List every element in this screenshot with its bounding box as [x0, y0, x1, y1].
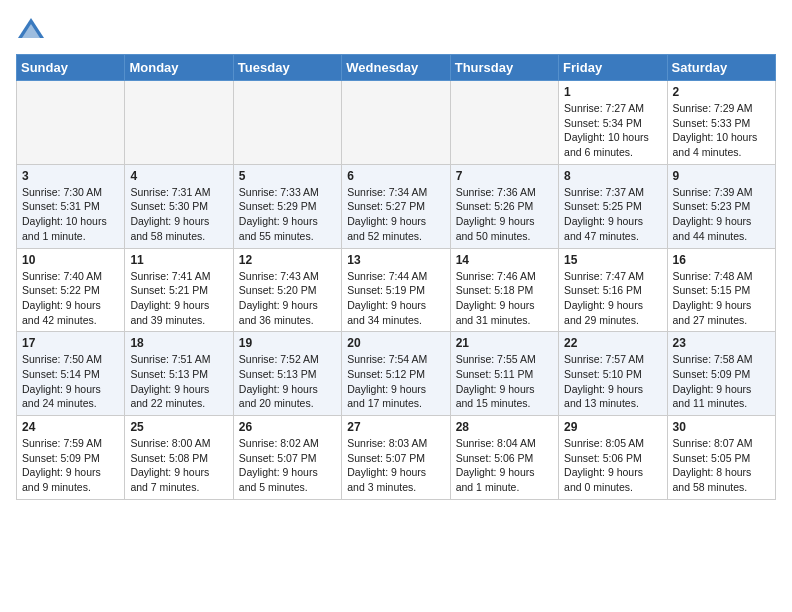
week-row-3: 10Sunrise: 7:40 AM Sunset: 5:22 PM Dayli…	[17, 248, 776, 332]
day-info: Sunrise: 7:55 AM Sunset: 5:11 PM Dayligh…	[456, 352, 553, 411]
day-info: Sunrise: 7:33 AM Sunset: 5:29 PM Dayligh…	[239, 185, 336, 244]
day-number: 2	[673, 85, 770, 99]
day-number: 24	[22, 420, 119, 434]
week-row-2: 3Sunrise: 7:30 AM Sunset: 5:31 PM Daylig…	[17, 164, 776, 248]
day-cell: 7Sunrise: 7:36 AM Sunset: 5:26 PM Daylig…	[450, 164, 558, 248]
day-info: Sunrise: 7:57 AM Sunset: 5:10 PM Dayligh…	[564, 352, 661, 411]
day-cell	[342, 81, 450, 165]
day-header-saturday: Saturday	[667, 55, 775, 81]
day-cell: 21Sunrise: 7:55 AM Sunset: 5:11 PM Dayli…	[450, 332, 558, 416]
day-header-friday: Friday	[559, 55, 667, 81]
day-number: 16	[673, 253, 770, 267]
day-number: 21	[456, 336, 553, 350]
day-number: 20	[347, 336, 444, 350]
day-number: 23	[673, 336, 770, 350]
day-cell: 20Sunrise: 7:54 AM Sunset: 5:12 PM Dayli…	[342, 332, 450, 416]
day-cell: 23Sunrise: 7:58 AM Sunset: 5:09 PM Dayli…	[667, 332, 775, 416]
day-cell	[450, 81, 558, 165]
day-cell: 5Sunrise: 7:33 AM Sunset: 5:29 PM Daylig…	[233, 164, 341, 248]
day-info: Sunrise: 7:43 AM Sunset: 5:20 PM Dayligh…	[239, 269, 336, 328]
day-cell: 11Sunrise: 7:41 AM Sunset: 5:21 PM Dayli…	[125, 248, 233, 332]
day-cell: 17Sunrise: 7:50 AM Sunset: 5:14 PM Dayli…	[17, 332, 125, 416]
day-cell: 25Sunrise: 8:00 AM Sunset: 5:08 PM Dayli…	[125, 416, 233, 500]
day-info: Sunrise: 7:48 AM Sunset: 5:15 PM Dayligh…	[673, 269, 770, 328]
day-info: Sunrise: 7:52 AM Sunset: 5:13 PM Dayligh…	[239, 352, 336, 411]
day-number: 25	[130, 420, 227, 434]
day-cell: 3Sunrise: 7:30 AM Sunset: 5:31 PM Daylig…	[17, 164, 125, 248]
day-info: Sunrise: 7:30 AM Sunset: 5:31 PM Dayligh…	[22, 185, 119, 244]
day-info: Sunrise: 8:04 AM Sunset: 5:06 PM Dayligh…	[456, 436, 553, 495]
day-number: 14	[456, 253, 553, 267]
logo-icon	[16, 16, 46, 46]
day-cell: 9Sunrise: 7:39 AM Sunset: 5:23 PM Daylig…	[667, 164, 775, 248]
day-number: 4	[130, 169, 227, 183]
day-cell: 8Sunrise: 7:37 AM Sunset: 5:25 PM Daylig…	[559, 164, 667, 248]
day-cell: 27Sunrise: 8:03 AM Sunset: 5:07 PM Dayli…	[342, 416, 450, 500]
day-number: 27	[347, 420, 444, 434]
day-cell	[125, 81, 233, 165]
day-cell	[233, 81, 341, 165]
page-header	[16, 16, 776, 46]
day-number: 10	[22, 253, 119, 267]
day-number: 29	[564, 420, 661, 434]
day-number: 13	[347, 253, 444, 267]
day-number: 17	[22, 336, 119, 350]
day-info: Sunrise: 7:39 AM Sunset: 5:23 PM Dayligh…	[673, 185, 770, 244]
day-number: 11	[130, 253, 227, 267]
day-info: Sunrise: 7:58 AM Sunset: 5:09 PM Dayligh…	[673, 352, 770, 411]
day-number: 6	[347, 169, 444, 183]
day-info: Sunrise: 7:37 AM Sunset: 5:25 PM Dayligh…	[564, 185, 661, 244]
day-cell: 14Sunrise: 7:46 AM Sunset: 5:18 PM Dayli…	[450, 248, 558, 332]
day-cell: 10Sunrise: 7:40 AM Sunset: 5:22 PM Dayli…	[17, 248, 125, 332]
day-cell: 2Sunrise: 7:29 AM Sunset: 5:33 PM Daylig…	[667, 81, 775, 165]
day-number: 28	[456, 420, 553, 434]
day-info: Sunrise: 7:41 AM Sunset: 5:21 PM Dayligh…	[130, 269, 227, 328]
day-info: Sunrise: 7:50 AM Sunset: 5:14 PM Dayligh…	[22, 352, 119, 411]
day-cell: 29Sunrise: 8:05 AM Sunset: 5:06 PM Dayli…	[559, 416, 667, 500]
day-info: Sunrise: 8:02 AM Sunset: 5:07 PM Dayligh…	[239, 436, 336, 495]
day-cell: 30Sunrise: 8:07 AM Sunset: 5:05 PM Dayli…	[667, 416, 775, 500]
day-info: Sunrise: 7:46 AM Sunset: 5:18 PM Dayligh…	[456, 269, 553, 328]
day-info: Sunrise: 8:03 AM Sunset: 5:07 PM Dayligh…	[347, 436, 444, 495]
calendar-table: SundayMondayTuesdayWednesdayThursdayFrid…	[16, 54, 776, 500]
day-info: Sunrise: 7:34 AM Sunset: 5:27 PM Dayligh…	[347, 185, 444, 244]
day-info: Sunrise: 7:36 AM Sunset: 5:26 PM Dayligh…	[456, 185, 553, 244]
day-number: 26	[239, 420, 336, 434]
day-cell: 6Sunrise: 7:34 AM Sunset: 5:27 PM Daylig…	[342, 164, 450, 248]
day-info: Sunrise: 7:27 AM Sunset: 5:34 PM Dayligh…	[564, 101, 661, 160]
day-number: 5	[239, 169, 336, 183]
day-header-monday: Monday	[125, 55, 233, 81]
day-info: Sunrise: 7:51 AM Sunset: 5:13 PM Dayligh…	[130, 352, 227, 411]
day-cell: 28Sunrise: 8:04 AM Sunset: 5:06 PM Dayli…	[450, 416, 558, 500]
logo	[16, 16, 50, 46]
day-number: 3	[22, 169, 119, 183]
day-cell: 1Sunrise: 7:27 AM Sunset: 5:34 PM Daylig…	[559, 81, 667, 165]
day-cell: 15Sunrise: 7:47 AM Sunset: 5:16 PM Dayli…	[559, 248, 667, 332]
day-info: Sunrise: 7:59 AM Sunset: 5:09 PM Dayligh…	[22, 436, 119, 495]
day-info: Sunrise: 7:40 AM Sunset: 5:22 PM Dayligh…	[22, 269, 119, 328]
day-number: 7	[456, 169, 553, 183]
day-info: Sunrise: 7:54 AM Sunset: 5:12 PM Dayligh…	[347, 352, 444, 411]
day-number: 18	[130, 336, 227, 350]
calendar-header-row: SundayMondayTuesdayWednesdayThursdayFrid…	[17, 55, 776, 81]
day-number: 30	[673, 420, 770, 434]
week-row-4: 17Sunrise: 7:50 AM Sunset: 5:14 PM Dayli…	[17, 332, 776, 416]
week-row-1: 1Sunrise: 7:27 AM Sunset: 5:34 PM Daylig…	[17, 81, 776, 165]
day-cell: 4Sunrise: 7:31 AM Sunset: 5:30 PM Daylig…	[125, 164, 233, 248]
day-info: Sunrise: 7:31 AM Sunset: 5:30 PM Dayligh…	[130, 185, 227, 244]
day-number: 9	[673, 169, 770, 183]
day-number: 15	[564, 253, 661, 267]
day-info: Sunrise: 7:29 AM Sunset: 5:33 PM Dayligh…	[673, 101, 770, 160]
day-number: 19	[239, 336, 336, 350]
day-cell: 13Sunrise: 7:44 AM Sunset: 5:19 PM Dayli…	[342, 248, 450, 332]
day-cell: 16Sunrise: 7:48 AM Sunset: 5:15 PM Dayli…	[667, 248, 775, 332]
day-header-sunday: Sunday	[17, 55, 125, 81]
day-number: 22	[564, 336, 661, 350]
day-header-tuesday: Tuesday	[233, 55, 341, 81]
day-info: Sunrise: 8:05 AM Sunset: 5:06 PM Dayligh…	[564, 436, 661, 495]
day-number: 1	[564, 85, 661, 99]
day-info: Sunrise: 8:00 AM Sunset: 5:08 PM Dayligh…	[130, 436, 227, 495]
day-info: Sunrise: 7:44 AM Sunset: 5:19 PM Dayligh…	[347, 269, 444, 328]
day-number: 8	[564, 169, 661, 183]
day-cell: 24Sunrise: 7:59 AM Sunset: 5:09 PM Dayli…	[17, 416, 125, 500]
